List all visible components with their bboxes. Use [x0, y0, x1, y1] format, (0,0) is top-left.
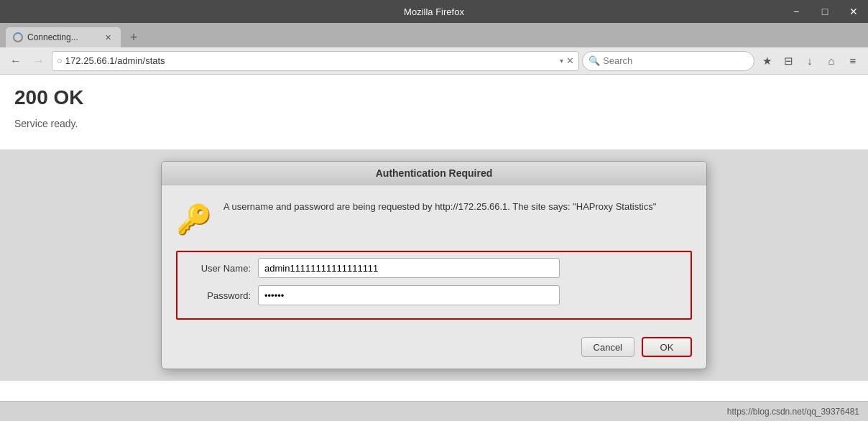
bookmark2-button[interactable]: ⊟ — [779, 52, 798, 70]
menu-button[interactable]: ≡ — [844, 52, 862, 70]
modal-overlay: Authentication Required 🔑 A username and… — [0, 149, 868, 381]
page-loading-icon: ○ — [57, 55, 63, 66]
minimize-button[interactable]: − — [782, 0, 811, 23]
download-icon: ↓ — [807, 55, 813, 67]
password-label: Password: — [186, 290, 251, 301]
url-input[interactable] — [65, 55, 557, 66]
tab-label: Connecting... — [27, 32, 78, 42]
home-button[interactable]: ⌂ — [822, 52, 841, 70]
back-button[interactable]: ← — [6, 51, 26, 71]
search-bar[interactable]: 🔍 — [582, 51, 754, 71]
navbar: ← → ○ ▾ ✕ 🔍 ★ ⊟ ↓ ⌂ ≡ — [0, 47, 868, 75]
search-input[interactable] — [603, 55, 748, 66]
auth-dialog-message: A username and password are being reques… — [223, 200, 692, 236]
page-status-title: 200 OK — [14, 86, 854, 109]
password-input[interactable] — [258, 285, 560, 305]
address-dropdown-icon[interactable]: ▾ — [560, 57, 563, 65]
forward-button: → — [29, 51, 49, 71]
titlebar: Mozilla Firefox − □ ✕ — [0, 0, 868, 23]
auth-dialog-title: Authentication Required — [162, 162, 706, 185]
new-tab-button[interactable]: + — [124, 27, 144, 47]
auth-key-icon: 🔑 — [176, 200, 212, 236]
close-button[interactable]: ✕ — [839, 0, 868, 23]
download-button[interactable]: ↓ — [800, 52, 819, 70]
auth-dialog: Authentication Required 🔑 A username and… — [161, 161, 707, 369]
auth-fields-highlight: User Name: Password: — [176, 251, 692, 320]
restore-button[interactable]: □ — [811, 0, 839, 23]
username-input[interactable] — [258, 258, 560, 278]
bookmark-button[interactable]: ★ — [757, 52, 776, 70]
home-icon: ⌂ — [828, 55, 834, 67]
titlebar-title: Mozilla Firefox — [404, 6, 464, 17]
address-bar[interactable]: ○ ▾ ✕ — [52, 51, 579, 71]
statusbar-url: https://blog.csdn.net/qq_39376481 — [727, 407, 859, 417]
auth-dialog-body: 🔑 A username and password are being requ… — [162, 185, 706, 251]
active-tab[interactable]: Connecting... ✕ — [6, 27, 121, 47]
tab-spinner-icon — [13, 32, 23, 42]
bookmark-icon: ★ — [762, 55, 772, 68]
username-label: User Name: — [186, 263, 251, 274]
password-row: Password: — [186, 285, 682, 305]
bookmark2-icon: ⊟ — [784, 55, 793, 68]
search-icon: 🔍 — [588, 55, 600, 66]
cancel-button[interactable]: Cancel — [581, 337, 634, 357]
username-row: User Name: — [186, 258, 682, 278]
auth-dialog-buttons: Cancel OK — [162, 331, 706, 369]
main-area: 200 OK Service ready. 写入错误的用户名 Authentic… — [0, 75, 868, 401]
tabbar: Connecting... ✕ + — [0, 23, 868, 47]
page-status-text: Service ready. — [14, 118, 854, 129]
address-clear-icon[interactable]: ✕ — [566, 55, 574, 66]
titlebar-controls: − □ ✕ — [782, 0, 868, 23]
tab-close-button[interactable]: ✕ — [102, 32, 114, 43]
menu-icon: ≡ — [850, 55, 857, 67]
statusbar: https://blog.csdn.net/qq_39376481 — [0, 401, 868, 421]
ok-button[interactable]: OK — [642, 337, 692, 357]
